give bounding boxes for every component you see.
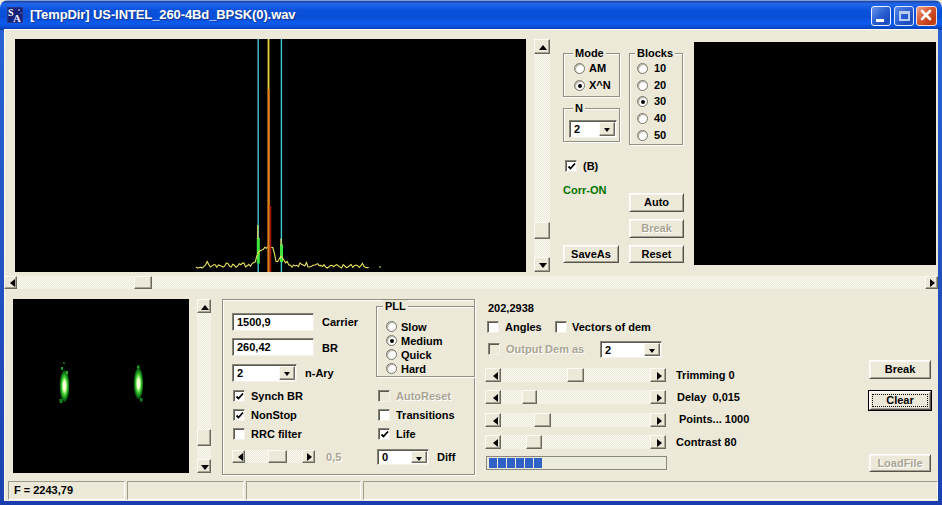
svg-text:A: A	[13, 12, 21, 23]
